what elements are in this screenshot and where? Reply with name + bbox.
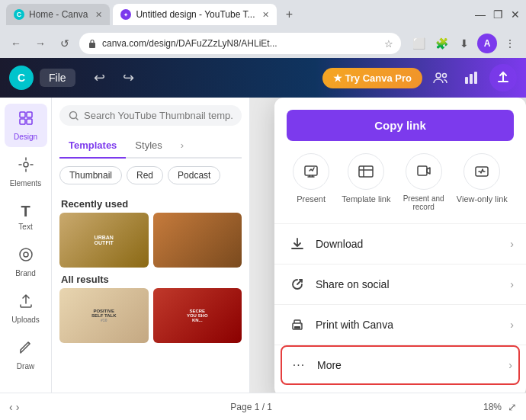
download-browser-icon[interactable]: ⬇ bbox=[454, 34, 474, 53]
search-input[interactable] bbox=[84, 110, 233, 121]
share-view-only[interactable]: View-only link bbox=[457, 153, 508, 211]
more-menu-item[interactable]: ··· More › bbox=[281, 345, 520, 385]
sidebar-item-uploads[interactable]: Uploads bbox=[5, 287, 47, 330]
svg-rect-20 bbox=[418, 166, 427, 175]
tab-design-label: Untitled design - YouTube T... bbox=[136, 9, 255, 20]
cast-icon[interactable]: ⬜ bbox=[409, 34, 428, 53]
sidebar-item-design[interactable]: Design bbox=[5, 104, 47, 147]
new-tab-button[interactable]: + bbox=[280, 5, 298, 24]
thumb-secret[interactable]: SECREYOU SHOKN... bbox=[153, 288, 242, 343]
svg-point-13 bbox=[20, 248, 32, 261]
all-results-grid: POSITIVESELF TALK#10 SECREYOU SHOKN... bbox=[52, 288, 249, 343]
panel-tabs: Templates Styles › bbox=[59, 133, 242, 159]
search-icon bbox=[69, 111, 79, 121]
tab-design[interactable]: ✦ Untitled design - YouTube T... ✕ bbox=[113, 4, 277, 25]
svg-point-24 bbox=[300, 324, 302, 325]
reload-button[interactable]: ↺ bbox=[55, 34, 75, 53]
title-bar: C Home - Canva ✕ ✦ Untitled design - You… bbox=[0, 0, 526, 29]
tab-home[interactable]: C Home - Canva ✕ bbox=[6, 4, 110, 25]
bottom-prev-icon[interactable]: ‹ bbox=[9, 401, 13, 413]
svg-rect-7 bbox=[474, 72, 477, 84]
search-box[interactable] bbox=[59, 105, 242, 126]
sidebar-item-draw[interactable]: Draw bbox=[5, 333, 47, 377]
svg-rect-10 bbox=[20, 119, 25, 124]
tab-templates[interactable]: Templates bbox=[59, 133, 126, 159]
browser-actions: ⬜ 🧩 ⬇ A ⋮ bbox=[409, 34, 520, 53]
chip-red[interactable]: Red bbox=[127, 166, 163, 184]
download-label: Download bbox=[316, 238, 502, 250]
share-social-chevron-icon: › bbox=[510, 278, 514, 290]
redo-button[interactable]: ↪ bbox=[117, 66, 141, 90]
thumb-urban-outfit[interactable]: URBANOUTFIT bbox=[59, 213, 149, 268]
people-icon[interactable] bbox=[428, 66, 453, 90]
file-button[interactable]: File bbox=[40, 69, 75, 87]
svg-rect-2 bbox=[89, 43, 95, 48]
download-menu-item[interactable]: Download › bbox=[287, 224, 514, 264]
tab-home-close[interactable]: ✕ bbox=[95, 10, 102, 20]
left-sidebar: Design Elements T Text Brand bbox=[0, 98, 52, 393]
minimize-button[interactable]: — bbox=[475, 8, 486, 21]
forward-button[interactable]: → bbox=[30, 34, 50, 53]
sidebar-item-text-label: Text bbox=[18, 223, 32, 231]
uploads-sidebar-icon bbox=[18, 293, 34, 313]
url-bar[interactable]: canva.com/design/DAFuZZzLyN8/AHLiEt... ☆ bbox=[79, 33, 401, 54]
try-pro-label: Try Canva Pro bbox=[345, 72, 412, 84]
share-present[interactable]: Present bbox=[293, 153, 329, 211]
sidebar-item-elements[interactable]: Elements bbox=[5, 150, 47, 194]
tab-styles[interactable]: Styles bbox=[126, 133, 171, 157]
chip-podcast[interactable]: Podcast bbox=[168, 166, 220, 184]
svg-text:✦: ✦ bbox=[123, 12, 128, 18]
fit-screen-icon[interactable]: ⤢ bbox=[508, 401, 517, 413]
bottom-next-icon[interactable]: › bbox=[16, 401, 20, 413]
share-upload-button[interactable] bbox=[489, 64, 517, 91]
back-button[interactable]: ← bbox=[6, 34, 26, 53]
print-icon bbox=[287, 314, 308, 335]
chart-icon[interactable] bbox=[459, 66, 483, 90]
bookmark-icon[interactable]: ☆ bbox=[384, 38, 393, 50]
thumb-positive-self-talk[interactable]: POSITIVESELF TALK#10 bbox=[59, 288, 149, 343]
url-icons: ☆ bbox=[384, 38, 393, 50]
print-canva-menu-item[interactable]: Print with Canva › bbox=[287, 305, 514, 345]
extensions-icon[interactable]: 🧩 bbox=[431, 34, 451, 53]
download-icon bbox=[287, 233, 308, 255]
more-label: More bbox=[317, 359, 501, 371]
close-button[interactable]: ✕ bbox=[511, 8, 520, 21]
share-present-record[interactable]: Present and record bbox=[403, 153, 444, 211]
draw-sidebar-icon bbox=[18, 339, 34, 360]
view-only-link-label: View-only link bbox=[457, 194, 508, 204]
share-social-menu-item[interactable]: Share on social › bbox=[287, 265, 514, 304]
tab-design-close[interactable]: ✕ bbox=[262, 10, 269, 20]
svg-rect-17 bbox=[359, 166, 373, 177]
present-label: Present bbox=[297, 194, 326, 204]
thumb-second[interactable] bbox=[153, 213, 242, 268]
share-dropdown: Copy link Present Template bbox=[274, 98, 526, 393]
zoom-level: 18% bbox=[483, 402, 502, 412]
canva-topbar: C File ↩ ↪ ★ Try Canva Pro bbox=[0, 58, 526, 98]
design-favicon: ✦ bbox=[120, 9, 131, 20]
brand-sidebar-icon bbox=[18, 246, 34, 267]
tab-overflow[interactable]: › bbox=[172, 133, 193, 157]
profile-icon[interactable]: A bbox=[477, 34, 497, 53]
try-canva-pro-button[interactable]: ★ Try Canva Pro bbox=[322, 68, 422, 88]
undo-button[interactable]: ↩ bbox=[88, 66, 112, 90]
browser-frame: C Home - Canva ✕ ✦ Untitled design - You… bbox=[0, 0, 526, 420]
share-template-link[interactable]: Template link bbox=[342, 153, 390, 211]
recently-used-grid: URBANOUTFIT bbox=[52, 213, 249, 268]
text-sidebar-icon: T bbox=[21, 203, 30, 220]
sidebar-item-uploads-label: Uploads bbox=[11, 316, 40, 324]
elements-sidebar-icon bbox=[18, 156, 34, 177]
main-content: Design Elements T Text Brand bbox=[0, 98, 526, 393]
copy-link-button[interactable]: Copy link bbox=[287, 110, 514, 141]
menu-dots-icon[interactable]: ⋮ bbox=[500, 34, 520, 53]
maximize-button[interactable]: ❐ bbox=[493, 8, 503, 21]
tab-home-label: Home - Canva bbox=[29, 9, 88, 20]
sidebar-item-brand-label: Brand bbox=[15, 269, 36, 277]
svg-rect-23 bbox=[294, 326, 300, 329]
chip-thumbnail[interactable]: Thumbnail bbox=[59, 166, 122, 184]
print-chevron-icon: › bbox=[510, 319, 514, 331]
sidebar-item-brand[interactable]: Brand bbox=[5, 240, 47, 284]
more-icon: ··· bbox=[288, 354, 310, 376]
sidebar-item-draw-label: Draw bbox=[17, 362, 34, 370]
window-controls: — ❐ ✕ bbox=[475, 8, 520, 21]
sidebar-item-text[interactable]: T Text bbox=[5, 197, 47, 237]
